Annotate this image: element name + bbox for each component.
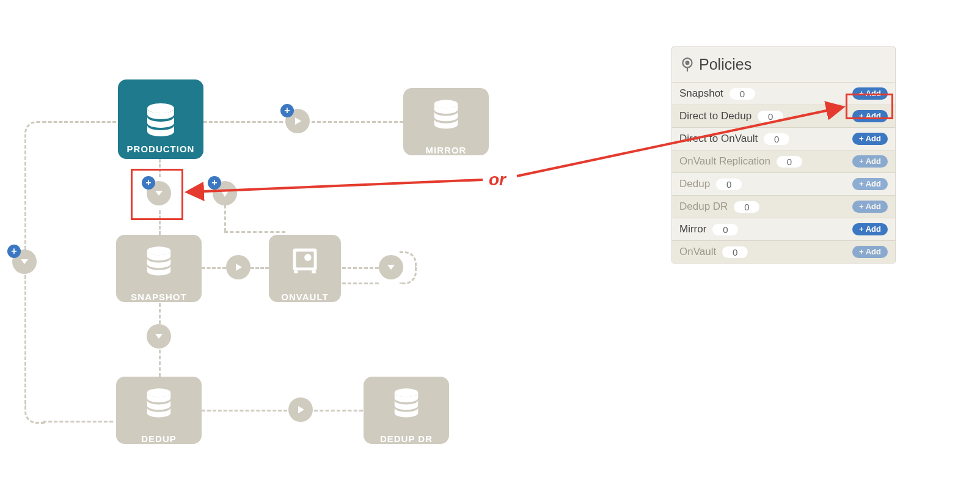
policy-label: Direct to OnVault — [679, 133, 758, 145]
connector — [342, 282, 379, 284]
policies-header: Policies — [672, 47, 895, 82]
connector — [24, 404, 45, 424]
policy-label: Snapshot — [679, 87, 723, 100]
connector — [314, 410, 363, 412]
flow-onvault-replication[interactable] — [379, 255, 403, 279]
connector — [202, 410, 287, 412]
connector — [312, 121, 403, 123]
policy-add-button: + Add — [852, 155, 888, 168]
node-onvault-label: ONVAULT — [281, 292, 328, 302]
svg-point-2 — [147, 246, 171, 255]
svg-point-9 — [395, 388, 419, 397]
node-dedup-dr[interactable]: DEDUP DR — [364, 377, 449, 444]
policies-title: Policies — [699, 56, 751, 73]
pin-icon — [679, 57, 695, 73]
connector — [224, 205, 226, 232]
flow-production-to-mirror[interactable]: + — [285, 109, 310, 133]
policy-label: OnVault — [679, 246, 716, 258]
policy-count: 0 — [734, 201, 759, 213]
connector — [24, 121, 45, 141]
connector — [342, 267, 379, 269]
flow-production-to-dedup-direct[interactable]: + — [12, 249, 37, 274]
svg-point-8 — [147, 388, 171, 397]
vault-icon — [289, 245, 321, 276]
policy-add-button: + Add — [852, 246, 888, 258]
node-mirror-label: MIRROR — [426, 145, 467, 155]
flow-snapshot-to-onvault[interactable] — [226, 255, 250, 279]
policy-row: Dedup0+ Add — [672, 172, 895, 195]
plus-icon: + — [7, 245, 21, 258]
annotation-box-right — [846, 94, 893, 119]
connector — [24, 275, 26, 404]
play-icon — [293, 116, 302, 126]
plus-icon: + — [208, 176, 221, 190]
database-icon — [141, 100, 180, 139]
policy-add-button: + Add — [852, 178, 888, 190]
policy-count: 0 — [712, 224, 738, 235]
policy-add-button: + Add — [852, 201, 888, 213]
svg-point-0 — [147, 103, 174, 113]
svg-rect-6 — [294, 270, 298, 273]
policy-label: Direct to Dedup — [679, 110, 751, 122]
policy-add-button[interactable]: + Add — [852, 223, 888, 235]
node-dedup-label: DEDUP — [141, 434, 177, 444]
connector — [43, 421, 113, 423]
policy-count: 0 — [777, 156, 802, 168]
policy-label: Mirror — [679, 223, 706, 235]
node-dedup-dr-label: DEDUP DR — [380, 434, 433, 444]
annotation-box-left — [131, 169, 183, 220]
connector — [43, 121, 116, 123]
database-icon — [142, 243, 176, 278]
policy-row: Direct to OnVault0+ Add — [672, 127, 895, 150]
policy-count: 0 — [722, 246, 748, 258]
connector — [203, 121, 283, 123]
connector — [202, 267, 226, 269]
policy-count: 0 — [716, 179, 742, 190]
policy-row: Dedup DR0+ Add — [672, 195, 895, 218]
policy-row: OnVault Replication0+ Add — [672, 150, 895, 172]
node-production-label: PRODUCTION — [127, 144, 195, 154]
play-icon — [220, 188, 230, 198]
annotation-or-label: or — [489, 170, 506, 190]
policies-panel: Policies Snapshot0+ AddDirect to Dedup0+… — [671, 46, 896, 264]
policy-row: Mirror0+ Add — [672, 218, 895, 240]
svg-rect-7 — [312, 270, 316, 273]
svg-point-5 — [304, 254, 311, 260]
chevron-down-icon — [20, 257, 29, 267]
svg-point-11 — [686, 61, 690, 65]
policy-count: 0 — [758, 111, 783, 122]
policy-count: 0 — [764, 133, 789, 145]
node-dedup[interactable]: DEDUP — [116, 377, 202, 444]
connector — [224, 231, 285, 233]
connector — [159, 303, 161, 324]
policy-row: OnVault0+ Add — [672, 240, 895, 263]
database-icon — [389, 385, 423, 419]
chevron-down-icon — [154, 331, 164, 341]
plus-icon: + — [280, 104, 294, 117]
play-icon — [296, 405, 305, 415]
svg-rect-4 — [296, 251, 313, 267]
chevron-down-icon — [386, 262, 396, 272]
node-snapshot-label: SNAPSHOT — [131, 292, 186, 302]
node-production[interactable]: PRODUCTION — [118, 79, 203, 159]
database-icon — [429, 97, 463, 131]
node-onvault[interactable]: ONVAULT — [269, 235, 341, 302]
connector — [159, 350, 161, 377]
svg-point-1 — [434, 100, 458, 108]
policy-label: Dedup — [679, 178, 710, 190]
node-snapshot[interactable]: SNAPSHOT — [116, 235, 202, 302]
node-mirror[interactable]: MIRROR — [403, 88, 489, 155]
flow-dedup-to-dedupdr[interactable] — [288, 397, 313, 422]
database-icon — [142, 385, 176, 419]
connector — [250, 267, 269, 269]
flow-snapshot-to-dedup[interactable] — [147, 324, 171, 349]
policy-label: OnVault Replication — [679, 155, 770, 168]
policy-count: 0 — [730, 88, 755, 100]
connector — [24, 139, 26, 249]
policy-add-button[interactable]: + Add — [852, 133, 888, 145]
policy-label: Dedup DR — [679, 201, 728, 213]
flow-production-to-onvault[interactable]: + — [213, 181, 237, 205]
play-icon — [233, 262, 243, 272]
